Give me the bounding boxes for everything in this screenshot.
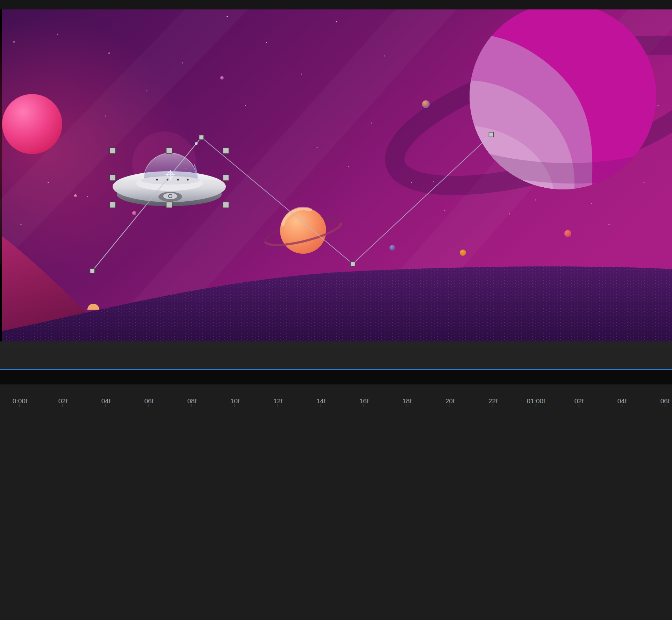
selection-handle[interactable] (110, 202, 116, 208)
ruler-label: 04f (606, 397, 638, 405)
ruler-tick (450, 404, 450, 407)
ruler-label: 18f (391, 397, 423, 405)
comp-viewport-top-border (0, 0, 672, 9)
selection-handle[interactable] (166, 148, 172, 154)
ruler-label: 12f (262, 397, 294, 405)
ruler-tick (579, 404, 579, 407)
selection-handle[interactable] (166, 202, 172, 208)
motion-path-keyframe[interactable] (489, 132, 494, 137)
selection-handle[interactable] (223, 202, 229, 208)
ruler-label: 06f (133, 397, 165, 405)
ruler-label: 04f (90, 397, 122, 405)
ruler-label: 01:00f (520, 397, 552, 405)
motion-path-keyframe[interactable] (351, 262, 355, 266)
ruler-tick (106, 404, 106, 407)
viewer-toolbar: +0.0 0:00:00:03 无 (0, 348, 672, 369)
ruler-tick (149, 404, 149, 407)
comp-viewport-bottom-border (0, 341, 672, 348)
motion-path-keyframe[interactable] (90, 269, 95, 273)
ruler-label: 14f (305, 397, 337, 405)
motion-path-keyframe[interactable] (199, 135, 204, 140)
ruler-tick (364, 404, 364, 407)
ruler-label: 06f (649, 397, 672, 405)
after-effects-window: +0.0 0:00:00:03 无 (0, 0, 672, 620)
ruler-tick (622, 404, 622, 407)
ruler-label: 20f (434, 397, 466, 405)
ruler-tick (665, 404, 665, 407)
panel-gap (0, 370, 672, 384)
ruler-label: 0:00f (4, 397, 36, 405)
ruler-label: 22f (477, 397, 509, 405)
graph-editor-panel: 4000像素/秒3000200010000 (0, 384, 672, 620)
selection-handle[interactable] (110, 175, 116, 181)
ruler-tick (278, 404, 278, 407)
ruler-tick (321, 404, 321, 407)
ruler-tick (536, 404, 536, 407)
ruler-label: 02f (47, 397, 79, 405)
selection-handle[interactable] (223, 175, 229, 181)
ruler-tick (63, 404, 63, 407)
ruler-tick (493, 404, 493, 407)
ruler-label: 16f (348, 397, 380, 405)
ruler-tick (20, 404, 20, 407)
composition-viewport[interactable] (0, 9, 672, 341)
ruler-label: 02f (563, 397, 595, 405)
selection-handle[interactable] (110, 148, 116, 154)
ruler-tick (192, 404, 192, 407)
ruler-label: 10f (219, 397, 251, 405)
ruler-tick (235, 404, 235, 407)
selection-handle[interactable] (223, 148, 229, 154)
composition-scene (0, 9, 672, 341)
ruler-tick (407, 404, 407, 407)
ruler-label: 08f (176, 397, 208, 405)
